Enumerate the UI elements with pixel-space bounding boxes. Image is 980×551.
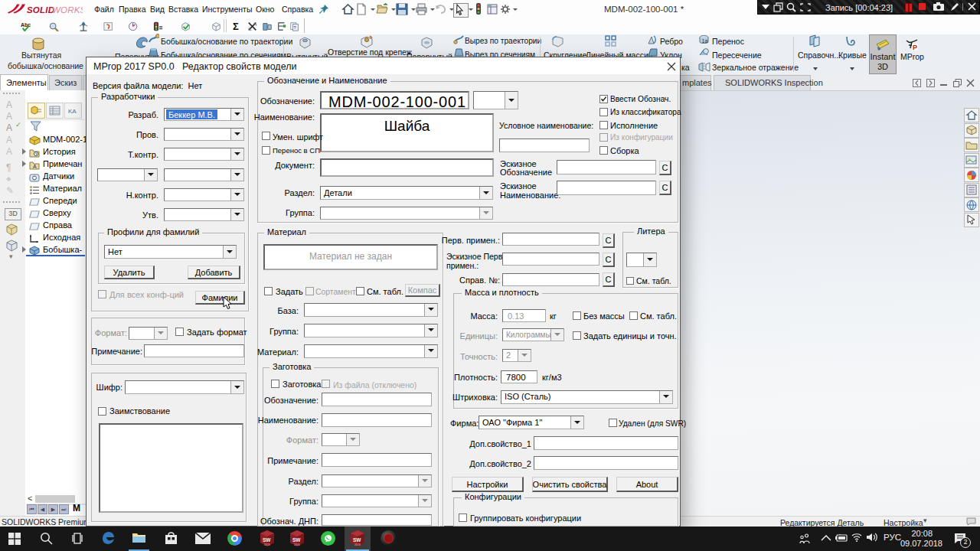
svg-text:2018: 2018: [264, 543, 270, 546]
svg-text:P: P: [913, 44, 917, 51]
svg-text:A: A: [33, 164, 37, 169]
svg-text:SOLID: SOLID: [27, 5, 54, 15]
svg-text:1а: 1а: [702, 38, 708, 44]
svg-text:2016: 2016: [294, 543, 300, 546]
svg-text:SW: SW: [353, 537, 361, 543]
svg-text:Σ: Σ: [233, 21, 239, 31]
svg-text:WORKS: WORKS: [52, 5, 83, 15]
svg-text:2018: 2018: [354, 543, 361, 546]
svg-text:Abc: Abc: [21, 22, 31, 28]
svg-text:ΚΑ: ΚΑ: [68, 108, 77, 115]
svg-text:SW: SW: [263, 537, 271, 543]
svg-text:SW: SW: [292, 537, 301, 543]
